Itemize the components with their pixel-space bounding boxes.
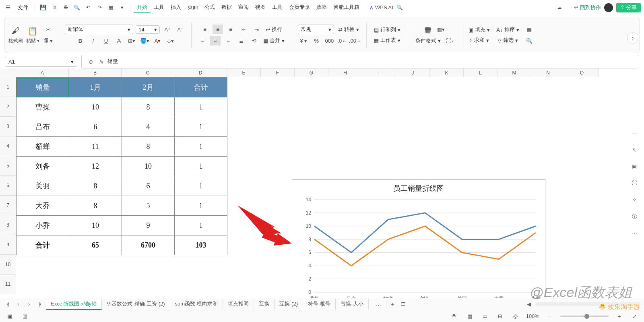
- cond-format-button[interactable]: 条件格式 ▾: [414, 36, 442, 45]
- cell-reference-input[interactable]: A1 ▾: [5, 57, 77, 67]
- data-cell[interactable]: 8: [69, 196, 122, 216]
- col-header[interactable]: B: [69, 68, 122, 77]
- total-cell[interactable]: 6700: [122, 235, 175, 255]
- header-cell[interactable]: 2月: [122, 78, 175, 97]
- find-icon[interactable]: 🔍: [524, 36, 535, 45]
- record-icon[interactable]: ▣: [5, 312, 14, 321]
- filter-button[interactable]: ▽筛选 ▾: [496, 36, 520, 45]
- sum-button[interactable]: Σ求和 ▾: [468, 36, 491, 45]
- data-cell[interactable]: 10: [69, 216, 122, 235]
- sheet-tab[interactable]: Excel折线图-x轴y轴: [46, 299, 102, 310]
- worksheet-button[interactable]: ▦工作表 ▾: [372, 36, 402, 45]
- data-cell[interactable]: 貂蝉: [17, 137, 69, 157]
- data-cell[interactable]: 8: [122, 97, 175, 117]
- row-header[interactable]: 4: [0, 136, 16, 156]
- template-icon[interactable]: ▦: [106, 3, 116, 12]
- col-header[interactable]: I: [362, 68, 396, 77]
- fill-color-button[interactable]: 🪣▾: [139, 36, 150, 45]
- data-cell[interactable]: 11: [69, 137, 122, 157]
- bold-button[interactable]: B: [75, 36, 85, 45]
- grid-view-icon[interactable]: ▦: [465, 312, 475, 321]
- dec-dec-icon[interactable]: .00→: [350, 36, 360, 45]
- wps-ai-button[interactable]: ∧ WPS AI: [369, 4, 393, 10]
- avatar-icon[interactable]: [604, 3, 613, 12]
- data-cell[interactable]: 8: [122, 137, 175, 157]
- font-color-button[interactable]: A▾: [152, 36, 163, 45]
- menu-tab-10[interactable]: 效率: [313, 2, 330, 13]
- indent-inc-icon[interactable]: ⇥: [251, 25, 262, 34]
- minimize-icon[interactable]: —: [632, 130, 637, 136]
- align-bottom-icon[interactable]: ≡: [225, 25, 236, 34]
- italic-button[interactable]: I: [88, 36, 98, 45]
- dec-inc-icon[interactable]: .0←: [337, 36, 347, 45]
- col-header[interactable]: E: [227, 68, 261, 77]
- zoom-in-icon[interactable]: ＋: [614, 312, 624, 321]
- sheet-tab[interactable]: VI函数公式-精确-工资 (2): [102, 299, 170, 310]
- sheet-tab[interactable]: 替换-大小: [336, 299, 368, 310]
- header-cell[interactable]: 销量: [17, 78, 69, 97]
- menu-tab-4[interactable]: 公式: [201, 2, 218, 13]
- col-header[interactable]: L: [464, 68, 497, 77]
- orientation-icon[interactable]: ⟲: [249, 36, 259, 45]
- data-cell[interactable]: 1: [175, 216, 227, 235]
- data-cell[interactable]: 8: [69, 176, 122, 196]
- row-header[interactable]: 11: [0, 275, 16, 294]
- data-cell[interactable]: 1: [175, 196, 227, 216]
- hamburger-icon[interactable]: ☰: [3, 3, 13, 12]
- align-left-icon[interactable]: ≡: [197, 36, 208, 45]
- cloud-icon[interactable]: ☁: [554, 3, 564, 12]
- col-header[interactable]: H: [328, 68, 362, 77]
- reading-view-icon[interactable]: ▭: [480, 312, 490, 321]
- col-header[interactable]: J: [396, 68, 430, 77]
- sheet-tab[interactable]: 填充相同: [223, 299, 254, 310]
- indent-dec-icon[interactable]: ⇤: [238, 25, 249, 34]
- horizontal-scrollbar[interactable]: [535, 302, 640, 306]
- data-cell[interactable]: 10: [122, 157, 175, 176]
- ruler-icon[interactable]: ✧: [632, 196, 637, 202]
- data-cell[interactable]: 1: [175, 157, 227, 176]
- sheet-tab[interactable]: sum函数-横向求和: [170, 299, 223, 310]
- menu-tab-0[interactable]: 开始: [134, 2, 151, 13]
- menu-tab-11[interactable]: 智能工具箱: [330, 2, 363, 13]
- ribbon-expand-button[interactable]: ›: [627, 32, 638, 43]
- data-cell[interactable]: 1: [175, 137, 227, 157]
- data-cell[interactable]: 曹操: [17, 97, 69, 117]
- borders-button[interactable]: ⊞▾: [126, 36, 137, 45]
- tabs-last-icon[interactable]: ⟫: [35, 301, 43, 307]
- header-cell[interactable]: 合计: [175, 78, 227, 97]
- row-header[interactable]: 6: [0, 176, 16, 196]
- data-cell[interactable]: 4: [122, 117, 175, 137]
- data-cell[interactable]: 关羽: [17, 176, 69, 196]
- data-cell[interactable]: 1: [175, 97, 227, 117]
- search-icon[interactable]: 🔍: [395, 3, 405, 12]
- page-break-icon[interactable]: ⊞: [495, 312, 505, 321]
- preview-icon[interactable]: 🔍: [72, 3, 82, 12]
- tabs-prev-icon[interactable]: ‹: [14, 301, 23, 307]
- data-cell[interactable]: 9: [122, 216, 175, 235]
- data-cell[interactable]: 5: [122, 196, 175, 216]
- layers-icon[interactable]: ▣: [632, 163, 637, 169]
- menu-tab-8[interactable]: 工具: [269, 2, 286, 13]
- more-icon[interactable]: ⋯: [632, 231, 637, 237]
- redo-icon[interactable]: ↷: [95, 3, 104, 12]
- help-icon[interactable]: ⓘ: [632, 213, 637, 220]
- row-header[interactable]: 10: [0, 255, 16, 275]
- data-cell[interactable]: 1: [175, 117, 227, 137]
- menu-tab-2[interactable]: 插入: [167, 2, 184, 13]
- undo-icon[interactable]: ↶: [83, 3, 93, 12]
- add-sheet-button[interactable]: ＋: [389, 301, 397, 308]
- data-cell[interactable]: 小乔: [17, 216, 69, 235]
- col-header[interactable]: F: [261, 68, 295, 77]
- col-header[interactable]: N: [531, 68, 565, 77]
- eye-icon[interactable]: 👁: [450, 312, 459, 321]
- data-table[interactable]: 销量1月2月合计曹操1081吕布641貂蝉1181刘备12101关羽861大乔8…: [16, 77, 227, 255]
- decrease-font-icon[interactable]: A⁻: [175, 25, 186, 34]
- copy-icon[interactable]: 🗐 ▾: [43, 36, 53, 45]
- row-header[interactable]: 3: [0, 117, 16, 136]
- grid[interactable]: 销量1月2月合计曹操1081吕布641貂蝉1181刘备12101关羽861大乔8…: [16, 77, 227, 255]
- cursor-icon[interactable]: ↖: [632, 147, 637, 153]
- highlight-button[interactable]: ◇▾: [165, 36, 175, 45]
- col-header[interactable]: M: [497, 68, 531, 77]
- saveas-icon[interactable]: 🗎: [50, 3, 59, 12]
- freeze-icon[interactable]: ▦: [524, 25, 535, 34]
